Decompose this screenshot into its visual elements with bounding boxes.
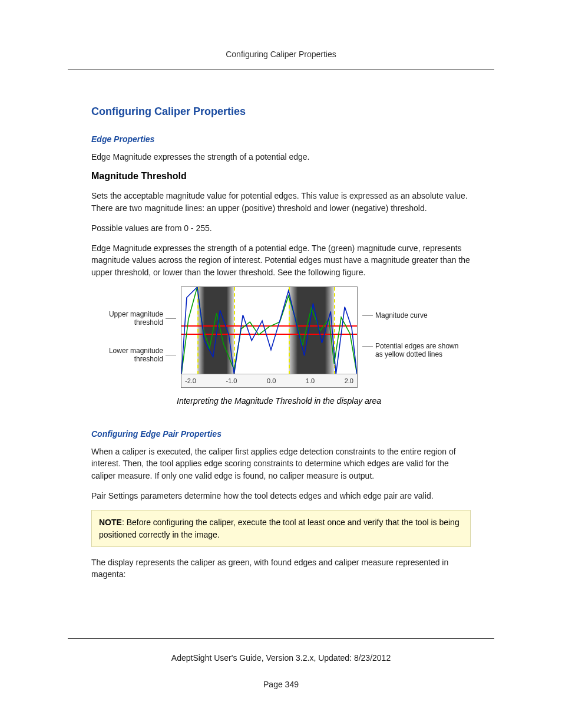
- chart-plot-area: [181, 287, 357, 374]
- figure-left-labels: Upper magnitude threshold Lower magnitud…: [100, 286, 176, 363]
- x-tick: -1.0: [226, 377, 237, 384]
- document-page: Configuring Caliper Properties Configuri…: [0, 0, 562, 728]
- page-content: Configuring Caliper Properties Edge Prop…: [68, 106, 494, 580]
- magnitude-curve: [181, 287, 357, 374]
- heading-magnitude-threshold: Magnitude Threshold: [91, 171, 471, 182]
- chart-curves: [181, 287, 357, 374]
- label-upper-threshold: Upper magnitude threshold: [100, 310, 163, 327]
- x-tick: 1.0: [306, 377, 315, 384]
- header-rule: [68, 70, 494, 70]
- label-magnitude-curve: Magnitude curve: [375, 311, 428, 319]
- leader-line-icon: [166, 318, 176, 319]
- paragraph: Sets the acceptable magnitude value for …: [91, 190, 471, 214]
- magnitude-chart: -2.0 -1.0 0.0 1.0 2.0: [181, 286, 358, 388]
- page-title: Configuring Caliper Properties: [91, 106, 471, 118]
- paragraph: When a caliper is executed, the caliper …: [91, 446, 471, 482]
- leader-line-icon: [166, 355, 176, 355]
- paragraph: Pair Settings parameters determine how t…: [91, 490, 471, 502]
- leader-line-icon: [362, 315, 373, 316]
- label-potential-edges: Potential edges are shown as yellow dott…: [375, 342, 462, 358]
- x-tick: 2.0: [345, 377, 353, 384]
- footer-rule: [68, 638, 494, 639]
- x-tick: -2.0: [185, 377, 196, 384]
- leader-line-icon: [362, 346, 373, 347]
- paragraph: Edge Magnitude expresses the strength of…: [91, 151, 471, 163]
- note-box: NOTE: Before configuring the caliper, ex…: [91, 510, 471, 547]
- label-lower-threshold: Lower magnitude threshold: [100, 347, 163, 363]
- page-footer: AdeptSight User's Guide, Version 3.2.x, …: [0, 638, 562, 704]
- figure-caption: Interpreting the Magnitude Threshold in …: [91, 396, 424, 406]
- footer-page-number: Page 349: [0, 678, 562, 690]
- paragraph: Edge Magnitude expresses the strength of…: [91, 242, 471, 278]
- running-header: Configuring Caliper Properties: [68, 50, 494, 59]
- note-body: : Before configuring the caliper, execut…: [99, 518, 459, 539]
- footer-guide-info: AdeptSight User's Guide, Version 3.2.x, …: [0, 652, 562, 664]
- figure-right-labels: Magnitude curve Potential edges are show…: [362, 286, 462, 358]
- section-edge-properties: Edge Properties: [91, 134, 471, 144]
- section-edge-pair-properties: Configuring Edge Pair Properties: [91, 429, 471, 439]
- chart-x-axis: -2.0 -1.0 0.0 1.0 2.0: [181, 374, 357, 387]
- x-tick: 0.0: [267, 377, 276, 384]
- paragraph: The display represents the caliper as gr…: [91, 556, 471, 581]
- note-label: NOTE: [99, 518, 122, 527]
- paragraph: Possible values are from 0 - 255.: [91, 222, 471, 234]
- figure-magnitude-threshold: Upper magnitude threshold Lower magnitud…: [91, 286, 471, 388]
